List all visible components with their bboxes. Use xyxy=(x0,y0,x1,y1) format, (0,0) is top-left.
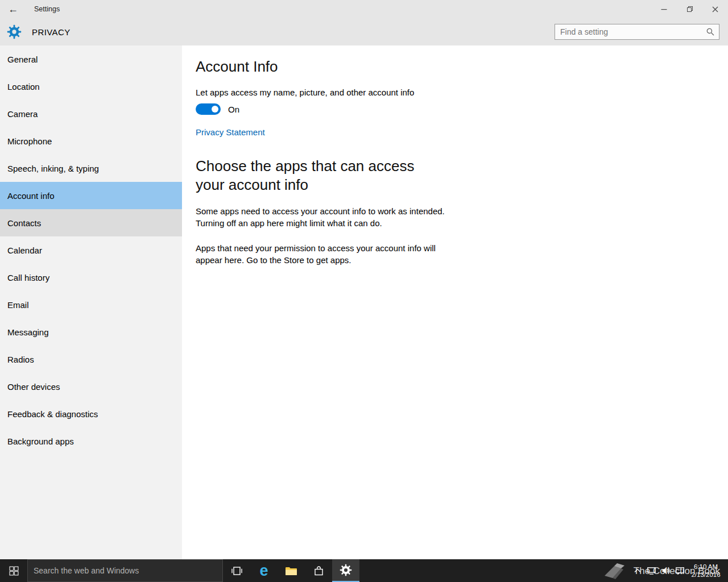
back-button[interactable]: ← xyxy=(0,0,26,18)
taskbar-search-box xyxy=(27,559,223,582)
app-header: PRIVACY xyxy=(0,18,728,45)
search-icon[interactable] xyxy=(706,28,714,36)
watermark-logo-icon xyxy=(603,563,628,580)
toggle-row: On xyxy=(196,103,728,115)
tray-expand-button[interactable] xyxy=(630,559,644,582)
network-tray-button[interactable] xyxy=(644,559,659,582)
sidebar-item-camera[interactable]: Camera xyxy=(0,100,182,127)
sidebar-item-location[interactable]: Location xyxy=(0,73,182,100)
sidebar-item-background-apps[interactable]: Background apps xyxy=(0,427,182,455)
section-heading-choose-apps: Choose the apps that can access your acc… xyxy=(196,157,440,194)
sidebar-item-feedback-diagnostics[interactable]: Feedback & diagnostics xyxy=(0,400,182,427)
section-heading-account-info: Account Info xyxy=(196,58,728,76)
titlebar: ← Settings xyxy=(0,0,728,18)
close-button[interactable] xyxy=(702,0,728,18)
find-setting-search xyxy=(555,24,719,40)
sidebar-item-calendar[interactable]: Calendar xyxy=(0,236,182,264)
store-icon xyxy=(313,566,324,576)
minimize-button[interactable] xyxy=(651,0,677,18)
sidebar-item-email[interactable]: Email xyxy=(0,291,182,318)
volume-tray-button[interactable] xyxy=(659,559,673,582)
sidebar-item-account-info[interactable]: Account info xyxy=(0,182,182,209)
action-center-button[interactable] xyxy=(673,559,687,582)
sidebar-item-call-history[interactable]: Call history xyxy=(0,264,182,291)
privacy-statement-link[interactable]: Privacy Statement xyxy=(196,127,265,137)
toggle-state-label: On xyxy=(228,105,239,114)
back-arrow-icon: ← xyxy=(8,3,18,15)
network-icon xyxy=(647,567,656,575)
file-explorer-button[interactable] xyxy=(278,559,305,582)
chevron-up-icon xyxy=(634,568,641,573)
sidebar-item-radios[interactable]: Radios xyxy=(0,346,182,373)
action-center-icon xyxy=(676,567,684,575)
sidebar-item-messaging[interactable]: Messaging xyxy=(0,318,182,346)
clock-time: 6:10 AM xyxy=(687,563,725,571)
sidebar: General Location Camera Microphone Speec… xyxy=(0,45,182,559)
toggle-knob xyxy=(212,106,218,113)
start-button[interactable] xyxy=(0,559,27,582)
store-button[interactable] xyxy=(305,559,332,582)
sidebar-item-contacts[interactable]: Contacts xyxy=(0,209,182,236)
sidebar-item-other-devices[interactable]: Other devices xyxy=(0,373,182,400)
settings-taskbar-gear-icon xyxy=(340,564,352,576)
store-hint-paragraph: Apps that need your permission to access… xyxy=(196,243,450,266)
taskbar-search-input[interactable] xyxy=(28,566,222,575)
restore-icon xyxy=(686,6,693,13)
restore-button[interactable] xyxy=(677,0,702,18)
window-controls xyxy=(651,0,728,18)
sidebar-item-general[interactable]: General xyxy=(0,45,182,73)
task-view-button[interactable] xyxy=(223,559,250,582)
search-input[interactable] xyxy=(555,27,706,36)
settings-gear-icon xyxy=(7,24,22,39)
page-title: PRIVACY xyxy=(32,27,71,37)
sidebar-item-speech-inking-typing[interactable]: Speech, inking, & typing xyxy=(0,155,182,182)
edge-icon: e xyxy=(259,559,268,582)
clock-date: 2/13/2016 xyxy=(687,571,725,579)
edge-button[interactable]: e xyxy=(250,559,278,582)
speaker-icon xyxy=(662,567,670,574)
window-title: Settings xyxy=(34,5,60,13)
task-view-icon xyxy=(231,567,242,575)
taskbar-clock[interactable]: 6:10 AM 2/13/2016 xyxy=(687,563,728,579)
main-content: Account Info Let apps access my name, pi… xyxy=(182,45,728,559)
close-icon xyxy=(712,6,718,13)
app-body: General Location Camera Microphone Speec… xyxy=(0,45,728,559)
minimize-icon xyxy=(661,6,667,13)
windows-logo-icon xyxy=(9,566,19,576)
settings-app-button[interactable] xyxy=(332,559,359,582)
account-info-toggle[interactable] xyxy=(196,103,221,115)
apps-description-paragraph: Some apps need to access your account in… xyxy=(196,206,450,229)
sidebar-item-microphone[interactable]: Microphone xyxy=(0,127,182,155)
system-tray: 6:10 AM 2/13/2016 xyxy=(630,559,728,582)
taskbar: e xyxy=(0,559,728,582)
file-explorer-icon xyxy=(285,566,297,576)
toggle-description: Let apps access my name, picture, and ot… xyxy=(196,88,728,97)
